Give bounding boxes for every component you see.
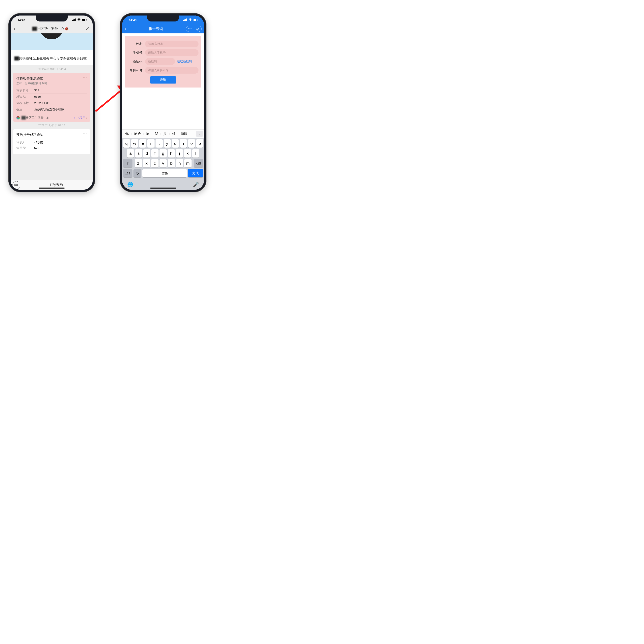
appointment-card[interactable]: ••• 预约挂号成功通知 就诊人:张东雨病历号:573 [13, 129, 90, 154]
numeric-key[interactable]: 123 [123, 169, 132, 177]
more-icon[interactable]: ••• [83, 132, 87, 135]
report-subtitle: 您有一份体检报告待查询 [16, 82, 87, 85]
report-footer[interactable]: ██社区卫生服务中心 ⟐ 小程序 › [16, 114, 87, 120]
suggestion-bar: 你|哈哈|哈|我|是|好|嘻嘻 ⌄ [122, 129, 204, 138]
suggestion[interactable]: 是 [161, 131, 169, 136]
svg-rect-5 [82, 19, 85, 21]
id-input[interactable]: 请输入身份证号 [145, 67, 198, 74]
svg-point-7 [87, 27, 88, 28]
key-i[interactable]: i [180, 139, 187, 148]
space-key[interactable]: 空格 [142, 169, 187, 177]
menu-icon[interactable]: ••• [186, 27, 194, 31]
key-q[interactable]: q [123, 139, 130, 148]
timestamp: 2022年12月1日 09:14 [11, 124, 93, 127]
key-p[interactable]: p [196, 139, 203, 148]
key-k[interactable]: k [184, 149, 191, 158]
key-w[interactable]: w [131, 139, 138, 148]
back-icon[interactable]: ‹ [125, 26, 126, 31]
chat-scroll[interactable]: ██路街道社区卫生服务中心母婴保健服务开始啦 2022年11月30日 14:54… [11, 33, 93, 180]
phone-left: 14:42 ‹ ██社区卫生服务中心 🔕 [8, 13, 95, 192]
globe-icon[interactable]: 🌐 [127, 182, 133, 187]
query-button[interactable]: 查询 [150, 76, 176, 84]
report-title: 体检报告生成通知 [16, 76, 87, 81]
svg-rect-15 [198, 19, 198, 20]
card-row: 病历号:573 [16, 145, 87, 151]
key-u[interactable]: u [172, 139, 179, 148]
cellular-icon [72, 18, 76, 22]
key-v[interactable]: v [160, 159, 167, 167]
emoji-key[interactable]: ☺ [133, 169, 141, 177]
banner-image [11, 33, 93, 53]
key-d[interactable]: d [143, 149, 150, 158]
suggestion[interactable]: 好 [170, 131, 177, 136]
code-input[interactable]: 验证码 [145, 58, 175, 65]
key-o[interactable]: o [188, 139, 195, 148]
cellular-icon [183, 18, 187, 22]
svg-line-8 [95, 89, 123, 111]
suggestion[interactable]: 哈哈 [132, 131, 143, 136]
key-b[interactable]: b [168, 159, 175, 167]
key-c[interactable]: c [151, 159, 159, 167]
more-icon[interactable]: ••• [83, 75, 87, 79]
key-m[interactable]: m [184, 159, 192, 167]
bottom-menu-item[interactable]: 门诊预约 [20, 183, 93, 187]
timestamp: 2022年11月30日 14:54 [11, 67, 93, 71]
battery-icon [193, 18, 198, 22]
nav-bar: ‹ 报告查询 ••• ◎ [122, 24, 204, 33]
link-icon: ⟐ [74, 116, 76, 120]
key-e[interactable]: e [139, 139, 146, 148]
id-label: 身份证号: [128, 68, 143, 72]
backspace-key[interactable]: ⌫ [194, 159, 203, 167]
get-code-button[interactable]: 获取验证码 [177, 60, 193, 63]
name-input[interactable]: 请输入姓名 [145, 41, 198, 47]
phone-input[interactable]: 请输入手机号 [145, 49, 198, 56]
shift-key[interactable]: ⇧ [123, 159, 132, 167]
keyboard-toggle-icon[interactable]: ⌨ [12, 181, 20, 189]
svg-rect-1 [73, 19, 74, 21]
home-indicator[interactable] [39, 188, 65, 189]
key-s[interactable]: s [135, 149, 142, 158]
key-j[interactable]: j [176, 149, 183, 158]
svg-rect-0 [72, 20, 73, 21]
svg-rect-10 [184, 19, 185, 21]
chevron-right-icon: › [86, 116, 87, 120]
suggestion[interactable]: 你 [123, 131, 131, 136]
phone-right: 14:43 ‹ 报告查询 ••• ◎ [120, 13, 206, 192]
back-icon[interactable]: ‹ [14, 26, 15, 31]
suggestion[interactable]: 嘻嘻 [179, 131, 190, 136]
key-n[interactable]: n [176, 159, 183, 167]
screen-left: 14:42 ‹ ██社区卫生服务中心 🔕 [11, 16, 93, 190]
notch [36, 16, 68, 21]
org-logo-icon [16, 116, 20, 120]
phone-label: 手机号: [128, 51, 143, 55]
key-r[interactable]: r [147, 139, 155, 148]
status-time: 14:43 [129, 18, 136, 22]
close-icon[interactable]: ◎ [194, 27, 201, 31]
suggestion[interactable]: 哈 [144, 131, 151, 136]
key-h[interactable]: h [168, 149, 175, 158]
svg-rect-9 [183, 20, 184, 21]
key-f[interactable]: f [151, 149, 159, 158]
svg-rect-11 [185, 19, 186, 21]
profile-icon[interactable] [86, 26, 90, 31]
mic-icon[interactable]: 🎤 [193, 182, 199, 187]
svg-rect-12 [186, 18, 187, 21]
key-g[interactable]: g [160, 149, 167, 158]
done-key[interactable]: 完成 [188, 169, 203, 177]
key-y[interactable]: y [164, 139, 171, 148]
screen-right: 14:43 ‹ 报告查询 ••• ◎ [122, 16, 204, 190]
key-a[interactable]: a [127, 149, 134, 158]
key-z[interactable]: z [135, 159, 142, 167]
news-text: 路街道社区卫生服务中心母婴保健服务开始啦 [19, 56, 87, 60]
news-card[interactable]: ██路街道社区卫生服务中心母婴保健服务开始啦 [11, 53, 93, 65]
key-x[interactable]: x [143, 159, 150, 167]
mute-icon: 🔕 [65, 27, 68, 30]
suggestion[interactable]: 我 [153, 131, 160, 136]
miniprogram-link[interactable]: ⟐ 小程序 › [74, 116, 87, 120]
collapse-keyboard-icon[interactable]: ⌄ [196, 131, 203, 137]
key-t[interactable]: t [156, 139, 163, 148]
report-card[interactable]: ••• 体检报告生成通知 您有一份体检报告待查询 就诊卡号:339就诊人:555… [13, 73, 90, 122]
keyboard-area: 你|哈哈|哈|我|是|好|嘻嘻 ⌄ qwertyuiop asdfghjkl ⇧… [122, 129, 204, 190]
home-indicator[interactable] [150, 188, 176, 189]
key-l[interactable]: l [192, 149, 199, 158]
